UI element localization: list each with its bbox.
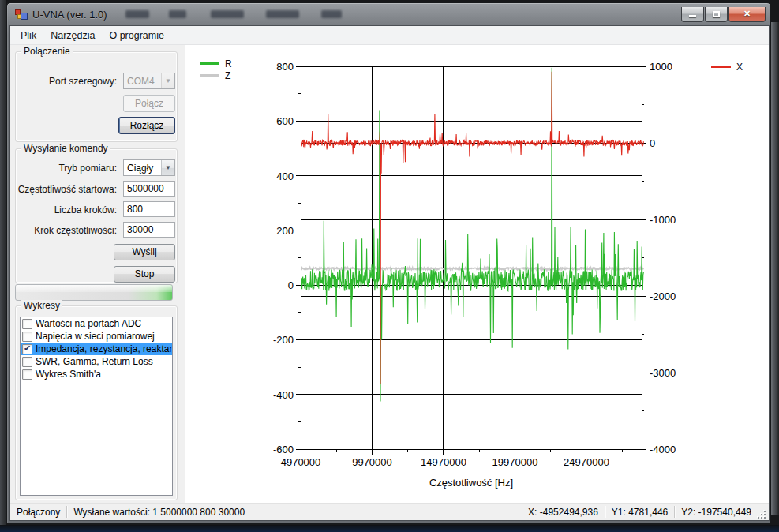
command-group-title: Wysyłanie komendy (21, 143, 110, 154)
charts-listbox: Wartości na portach ADCNapięcia w sieci … (20, 317, 173, 496)
send-button[interactable]: Wyślij (114, 244, 175, 260)
chart-list-item[interactable]: ✔Impedancja, rezystancja, reaktancja (21, 343, 172, 355)
svg-text:Częstotliwość [Hz]: Częstotliwość [Hz] (429, 477, 513, 489)
chart-panel: RZ X 49700009970000149700001997000024970… (185, 45, 769, 503)
disconnect-button[interactable]: Rozłącz (118, 117, 175, 134)
checkbox-checked-icon[interactable]: ✔ (22, 344, 32, 354)
step-freq-label: Krok częstotliwości: (16, 225, 117, 236)
stop-button-label: Stop (135, 268, 155, 279)
menu-item-plik[interactable]: Plik (13, 28, 43, 43)
menubar: PlikNarzędziaO programie (10, 26, 769, 45)
send-button-label: Wyślij (132, 246, 156, 257)
chart-list-item[interactable]: Napięcia w sieci pomiarowej (21, 330, 172, 343)
serial-port-combo[interactable]: COM4 ▼ (123, 73, 175, 89)
menu-item-narzedzia[interactable]: Narzędzia (43, 28, 102, 43)
cursor-y1-readout: Y1: 4781,446 (612, 507, 668, 518)
steps-input[interactable] (123, 201, 175, 217)
chart-list-item-label: Impedancja, rezystancja, reaktancja (36, 343, 173, 354)
legend-label: X (736, 62, 743, 73)
app-icon (15, 9, 28, 21)
status-bar: Połączony Wysłane wartości: 1 5000000 80… (10, 503, 769, 520)
stop-button[interactable]: Stop (114, 266, 175, 283)
serial-port-value: COM4 (124, 76, 161, 87)
background-window-menu-ghost (110, 9, 370, 21)
cursor-x-readout: X: -4952494,936 (528, 507, 598, 518)
progress-bar (15, 284, 173, 301)
chart-legend-right: X (711, 62, 743, 72)
window-title: U-VNA (ver. 1.0) (32, 9, 107, 21)
chart-legend-left: RZ (200, 58, 232, 81)
chart-list-item[interactable]: Wykres Smith'a (21, 368, 172, 380)
svg-text:-400: -400 (273, 389, 294, 401)
chevron-down-icon: ▼ (161, 73, 174, 88)
cursor-y2-readout: Y2: -197540,449 (681, 507, 751, 518)
app-window: U-VNA (ver. 1.0) ✕ PlikNarzędziaO progra… (6, 2, 771, 524)
legend-label: Z (225, 70, 230, 81)
statusbar-separator (66, 506, 67, 518)
svg-text:-600: -600 (273, 444, 294, 455)
connect-button[interactable]: Połącz (123, 95, 175, 112)
svg-text:-3000: -3000 (650, 367, 676, 379)
legend-label: R (225, 58, 232, 69)
step-freq-input[interactable] (123, 222, 175, 238)
titlebar[interactable]: U-VNA (ver. 1.0) ✕ (7, 3, 770, 25)
menu-item-o-programie[interactable]: O programie (102, 28, 170, 43)
svg-text:200: 200 (276, 225, 294, 237)
desktop-bottom-edge (0, 525, 779, 532)
svg-text:4970000: 4970000 (281, 456, 321, 468)
maximize-button[interactable] (705, 7, 728, 22)
chart-list-item[interactable]: Wartości na portach ADC (21, 317, 172, 330)
svg-text:1000: 1000 (650, 61, 672, 73)
connection-status: Połączony (17, 507, 60, 518)
legend-entry-R: R (200, 58, 232, 69)
checkbox-icon[interactable] (22, 369, 32, 380)
chart-list-item-label: SWR, Gamma, Return Loss (36, 356, 153, 367)
measure-mode-value: Ciągły (124, 163, 161, 174)
minimize-button[interactable] (681, 7, 704, 22)
svg-text:0: 0 (650, 137, 655, 149)
maximize-icon (713, 11, 720, 17)
connect-button-label: Połącz (135, 98, 163, 109)
connection-group-title: Połączenie (21, 46, 73, 57)
svg-text:800: 800 (276, 61, 294, 73)
svg-text:24970000: 24970000 (564, 456, 609, 468)
chart-list-item-label: Napięcia w sieci pomiarowej (36, 331, 155, 342)
chart-list-item-label: Wykres Smith'a (36, 369, 101, 380)
close-button[interactable]: ✕ (728, 7, 766, 22)
svg-text:19970000: 19970000 (492, 456, 538, 468)
charts-group-title: Wykresy (21, 300, 62, 311)
checkbox-icon[interactable] (22, 332, 32, 342)
legend-entry-X: X (711, 62, 743, 72)
background-window-left-edge (0, 0, 6, 532)
svg-text:-2000: -2000 (650, 290, 676, 302)
charts-group: Wykresy Wartości na portach ADCNapięcia … (15, 305, 178, 500)
chart-list-item[interactable]: SWR, Gamma, Return Loss (21, 355, 172, 368)
legend-entry-Z: Z (200, 70, 232, 81)
command-group: Wysyłanie komendy Tryb pomiaru: Ciągły ▼… (15, 148, 178, 283)
checkbox-icon[interactable] (22, 319, 32, 329)
serial-port-label: Port szeregowy: (16, 76, 117, 87)
steps-label: Liczba kroków: (16, 204, 117, 215)
svg-text:600: 600 (276, 115, 294, 127)
svg-text:-200: -200 (273, 334, 294, 346)
minimize-icon (689, 15, 696, 17)
svg-text:9970000: 9970000 (352, 456, 392, 468)
svg-text:14970000: 14970000 (421, 456, 466, 468)
svg-text:400: 400 (276, 170, 294, 182)
chart-list-item-label: Wartości na portach ADC (36, 318, 141, 329)
statusbar-separator (605, 506, 605, 518)
measure-mode-combo[interactable]: Ciągły ▼ (123, 159, 175, 176)
chevron-down-icon: ▼ (161, 160, 174, 175)
legend-swatch (711, 66, 731, 68)
disconnect-button-label: Rozłącz (130, 120, 164, 131)
sidebar: Połączenie Port szeregowy: COM4 ▼ Połącz… (10, 45, 185, 503)
connection-group: Połączenie Port szeregowy: COM4 ▼ Połącz… (15, 51, 178, 142)
start-freq-input[interactable] (123, 181, 175, 197)
statusbar-separator (674, 506, 675, 518)
sent-values: Wysłane wartości: 1 5000000 800 30000 (73, 507, 245, 518)
svg-text:-4000: -4000 (650, 444, 676, 455)
chart-plot[interactable]: 49700009970000149700001997000024970000Cz… (185, 45, 769, 504)
svg-text:0: 0 (288, 279, 294, 291)
checkbox-icon[interactable] (22, 357, 32, 367)
resize-grip[interactable] (756, 509, 766, 519)
